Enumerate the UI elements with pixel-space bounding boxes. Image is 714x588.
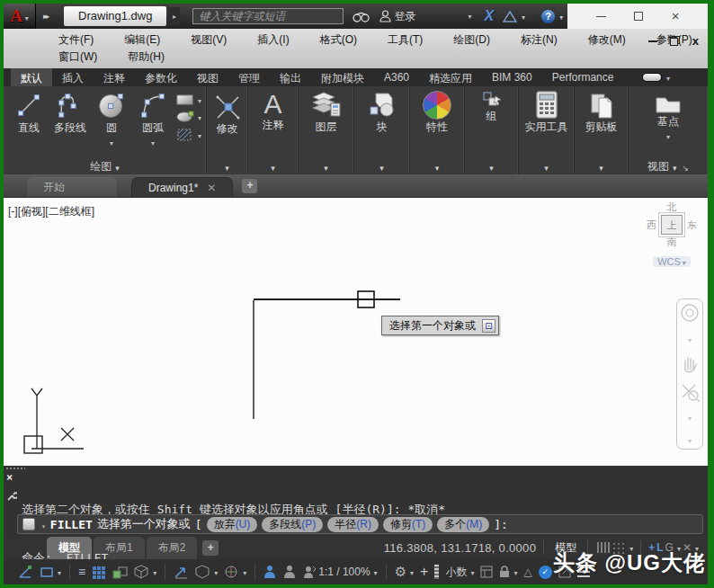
maximize-button[interactable] — [634, 12, 643, 21]
menu-view[interactable]: 视图(V) — [175, 32, 242, 48]
utilities-panel-footer[interactable] — [519, 159, 574, 174]
doc-close-button[interactable] — [692, 34, 699, 48]
zoom-caret-icon[interactable] — [688, 408, 692, 424]
viewcube-north[interactable]: 北 — [640, 200, 703, 214]
ribbon-tab-a360[interactable]: A360 — [374, 68, 419, 86]
search-input[interactable] — [192, 8, 344, 24]
basepoint-dropdown-icon[interactable] — [666, 129, 670, 142]
layers-tool[interactable]: 图层 — [306, 91, 347, 159]
block-panel-footer[interactable] — [354, 159, 409, 174]
dynamic-input-button[interactable] — [174, 565, 189, 579]
viewcube-west[interactable]: 西 — [647, 218, 656, 232]
lock-ui-button[interactable] — [499, 566, 517, 578]
utilities-tool[interactable]: 实用工具 — [520, 91, 574, 159]
tooltip-options-button[interactable] — [482, 319, 495, 333]
option-multiple-button[interactable]: 多个(M) — [437, 517, 489, 532]
file-tab-drawing1[interactable]: Drawing1* — [131, 177, 233, 197]
ribbon-tab-home[interactable]: 默认 — [11, 68, 52, 86]
graphics-performance-button[interactable] — [539, 566, 552, 579]
viewcube[interactable]: 北 西 上 东 南 WCS — [640, 200, 703, 267]
zoom-extents-icon[interactable] — [679, 380, 701, 402]
ribbon-tab-manage[interactable]: 管理 — [228, 68, 270, 86]
signin-button[interactable]: 登录 — [379, 9, 415, 24]
transparency-button[interactable] — [92, 566, 106, 579]
autoscale-annotation-button[interactable] — [283, 565, 297, 579]
menu-edit[interactable]: 编辑(E) — [109, 32, 175, 48]
menu-draw[interactable]: 绘图(D) — [438, 32, 505, 48]
menu-help[interactable]: 帮助(H) — [112, 49, 180, 65]
file-tab-start[interactable]: 开始 — [27, 177, 117, 197]
selection-cycling-button[interactable] — [112, 566, 128, 579]
object-snap-3d-button[interactable] — [195, 565, 218, 579]
draw-panel-footer[interactable]: 绘图 — [4, 159, 206, 174]
circle-tool[interactable]: 圆 — [91, 91, 132, 159]
group-panel-footer[interactable] — [465, 159, 518, 174]
ribbon-tab-featured[interactable]: 精选应用 — [419, 68, 482, 86]
rectangle-tool[interactable] — [175, 93, 201, 106]
drawing-canvas[interactable]: [-][俯视][二维线框] 选择第一个对象或 北 西 上 东 — [4, 198, 708, 466]
basepoint-tool[interactable]: 基点 — [647, 91, 689, 159]
ribbon-tab-output[interactable]: 输出 — [270, 68, 311, 86]
workspace-switching-button[interactable] — [395, 564, 414, 580]
menu-modify[interactable]: 修改(M) — [573, 32, 641, 48]
dynamic-ucs-button[interactable] — [224, 565, 246, 579]
properties-panel-footer[interactable] — [410, 159, 464, 174]
steering-wheel-icon[interactable] — [679, 302, 701, 324]
app-menu-button[interactable]: A — [4, 4, 36, 29]
menu-tools[interactable]: 工具(T) — [372, 32, 438, 48]
file-tab-close-icon[interactable] — [207, 182, 216, 194]
panel-launcher-icon[interactable] — [680, 161, 689, 174]
clipboard-panel-footer[interactable] — [575, 159, 628, 174]
menu-file[interactable]: 文件(F) — [43, 32, 109, 48]
polyline-tool[interactable]: 多段线 — [49, 91, 91, 159]
quick-properties-button[interactable] — [480, 566, 493, 578]
command-customize-wrench-icon[interactable] — [5, 491, 17, 503]
exchange-apps-icon[interactable]: X — [484, 8, 494, 24]
viewcube-top-face[interactable]: 上 — [661, 215, 683, 235]
annotation-scale-button[interactable]: 1:1 / 100% — [303, 565, 377, 579]
close-button[interactable] — [672, 12, 680, 21]
annotate-panel-footer[interactable] — [248, 159, 298, 174]
ribbon-tab-parametric[interactable]: 参数化 — [135, 68, 187, 86]
layers-panel-footer[interactable] — [299, 159, 353, 174]
isometric-drafting-button[interactable] — [40, 566, 61, 578]
quick-access-expand-button[interactable]: ▸▸ — [36, 10, 55, 22]
minimize-button[interactable] — [596, 16, 606, 17]
block-tool[interactable]: 块 — [361, 91, 403, 159]
units-dropdown[interactable]: 小数 — [445, 565, 474, 580]
orbit-caret-icon[interactable] — [688, 431, 692, 447]
viewcube-south[interactable]: 南 — [640, 236, 703, 249]
menu-format[interactable]: 格式(O) — [305, 32, 372, 48]
doc-restore-button[interactable] — [670, 36, 680, 46]
pan-hand-icon[interactable] — [680, 352, 700, 374]
ribbon-tab-annotate[interactable]: 注释 — [94, 68, 135, 86]
annotation-monitor-button[interactable] — [420, 564, 428, 580]
arc-tool[interactable]: 圆弧 — [132, 91, 174, 159]
group-tool[interactable]: 组 — [477, 91, 507, 159]
polar-tracking-button[interactable] — [18, 565, 33, 579]
recent-commands-icon[interactable] — [22, 518, 35, 530]
properties-tool[interactable]: 特性 — [417, 91, 457, 159]
view-panel-footer[interactable]: 视图 — [629, 159, 708, 174]
option-trim-button[interactable]: 修剪(T) — [383, 517, 433, 532]
isolate-objects-icon[interactable] — [523, 566, 531, 578]
osnap-3d-button[interactable] — [134, 565, 156, 579]
search-button[interactable] — [353, 11, 370, 22]
navigation-bar[interactable] — [676, 298, 703, 450]
ribbon-tab-performance[interactable]: Performance — [542, 68, 624, 86]
modify-tool[interactable]: 修改 — [207, 91, 248, 159]
command-input-line[interactable]: FILLET 选择第一个对象或 [ 放弃(U) 多段线(P) 半径(R) 修剪(… — [17, 514, 703, 534]
clipboard-tool[interactable]: 剪贴板 — [580, 91, 623, 159]
arc-dropdown-icon[interactable] — [151, 136, 155, 148]
navbar-caret-icon[interactable] — [688, 330, 692, 346]
modify-panel-footer[interactable] — [207, 159, 247, 174]
lineweight-display-button[interactable] — [78, 565, 85, 579]
hatch-tool[interactable] — [175, 127, 201, 142]
recent-commands-caret-icon[interactable] — [40, 518, 46, 531]
circle-dropdown-icon[interactable] — [110, 136, 113, 148]
help-button[interactable]: ? — [541, 10, 563, 23]
ellipse-tool[interactable] — [175, 110, 201, 123]
menu-insert[interactable]: 插入(I) — [242, 32, 304, 48]
ribbon-tab-bim360[interactable]: BIM 360 — [482, 68, 542, 86]
option-undo-button[interactable]: 放弃(U) — [207, 517, 258, 532]
